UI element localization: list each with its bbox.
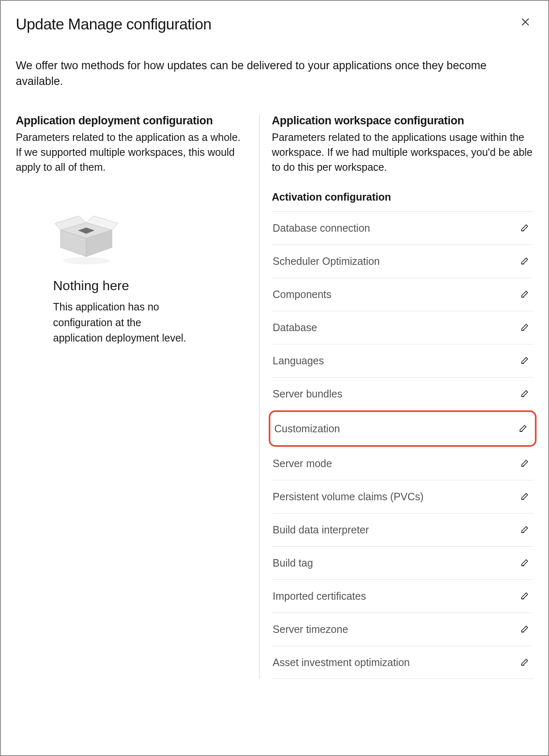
config-row[interactable]: Components <box>272 278 533 311</box>
edit-button[interactable] <box>518 622 532 637</box>
edit-button[interactable] <box>518 320 532 335</box>
config-row[interactable]: Build tag <box>272 546 533 579</box>
config-row-label: Persistent volume claims (PVCs) <box>273 491 424 503</box>
dialog-title: Update Manage configuration <box>16 16 211 33</box>
dialog-intro: We offer two methods for how updates can… <box>16 58 533 90</box>
empty-state: Nothing here This application has no con… <box>53 208 190 346</box>
deployment-config-column: Application deployment configuration Par… <box>16 114 259 679</box>
workspace-config-column: Application workspace configuration Para… <box>259 114 533 679</box>
config-row[interactable]: Imported certificates <box>272 579 533 613</box>
config-row[interactable]: Build data interpreter <box>272 513 533 546</box>
edit-button[interactable] <box>518 523 532 537</box>
config-row[interactable]: Scheduler Optimization <box>272 245 533 278</box>
config-row-label: Imported certificates <box>273 590 366 602</box>
edit-button[interactable] <box>518 287 532 302</box>
config-row-label: Languages <box>273 355 324 367</box>
config-row-label: Server timezone <box>273 623 348 635</box>
pencil-icon <box>518 423 528 434</box>
config-row-label: Scheduler Optimization <box>273 255 380 267</box>
config-row-label: Server bundles <box>273 388 343 400</box>
pencil-icon <box>520 355 530 366</box>
edit-button[interactable] <box>518 254 532 269</box>
config-row[interactable]: Customization <box>269 410 537 447</box>
dialog-header: Update Manage configuration <box>16 16 533 33</box>
config-row-label: Build tag <box>273 557 313 569</box>
edit-button[interactable] <box>518 387 532 401</box>
config-row[interactable]: Server bundles <box>272 377 533 410</box>
open-box-icon <box>53 208 190 266</box>
pencil-icon <box>520 322 530 333</box>
pencil-icon <box>520 657 530 668</box>
close-icon <box>521 17 530 29</box>
config-row[interactable]: Server mode <box>272 447 533 480</box>
edit-button[interactable] <box>518 589 532 603</box>
pencil-icon <box>520 591 530 602</box>
deployment-config-desc: Parameters related to the application as… <box>16 130 247 175</box>
workspace-config-desc: Parameters related to the applications u… <box>272 130 533 175</box>
config-row[interactable]: Database <box>272 311 533 344</box>
edit-button[interactable] <box>518 354 532 368</box>
config-row[interactable]: Server timezone <box>272 613 533 646</box>
config-row[interactable]: Languages <box>272 344 533 377</box>
edit-button[interactable] <box>518 456 532 471</box>
empty-state-desc: This application has no configuration at… <box>53 299 190 346</box>
pencil-icon <box>520 256 530 267</box>
config-row[interactable]: Database connection <box>272 211 533 245</box>
config-row-label: Components <box>273 288 332 300</box>
deployment-config-title: Application deployment configuration <box>16 114 247 127</box>
empty-state-title: Nothing here <box>53 278 190 293</box>
edit-button[interactable] <box>518 489 532 504</box>
edit-button[interactable] <box>518 655 532 670</box>
pencil-icon <box>520 289 530 300</box>
workspace-config-title: Application workspace configuration <box>272 114 533 127</box>
config-row-label: Customization <box>274 423 340 435</box>
pencil-icon <box>520 223 530 234</box>
pencil-icon <box>520 458 530 469</box>
config-row-label: Database <box>273 322 317 334</box>
config-row[interactable]: Asset investment optimization <box>272 646 533 679</box>
activation-config-heading: Activation configuration <box>272 191 533 203</box>
pencil-icon <box>520 624 530 635</box>
pencil-icon <box>520 491 530 502</box>
close-button[interactable] <box>517 16 533 30</box>
edit-button[interactable] <box>518 556 532 570</box>
pencil-icon <box>520 557 530 569</box>
svg-point-8 <box>63 257 109 264</box>
edit-button[interactable] <box>517 422 530 436</box>
config-list: Database connection Scheduler Optimizati… <box>272 211 533 679</box>
config-row-label: Build data interpreter <box>273 524 369 536</box>
pencil-icon <box>520 524 530 536</box>
pencil-icon <box>520 388 530 400</box>
config-row[interactable]: Persistent volume claims (PVCs) <box>272 480 533 513</box>
config-row-label: Asset investment optimization <box>273 657 410 669</box>
edit-button[interactable] <box>518 221 532 235</box>
config-row-label: Server mode <box>273 458 332 470</box>
columns: Application deployment configuration Par… <box>16 114 533 679</box>
config-row-label: Database connection <box>273 222 370 234</box>
